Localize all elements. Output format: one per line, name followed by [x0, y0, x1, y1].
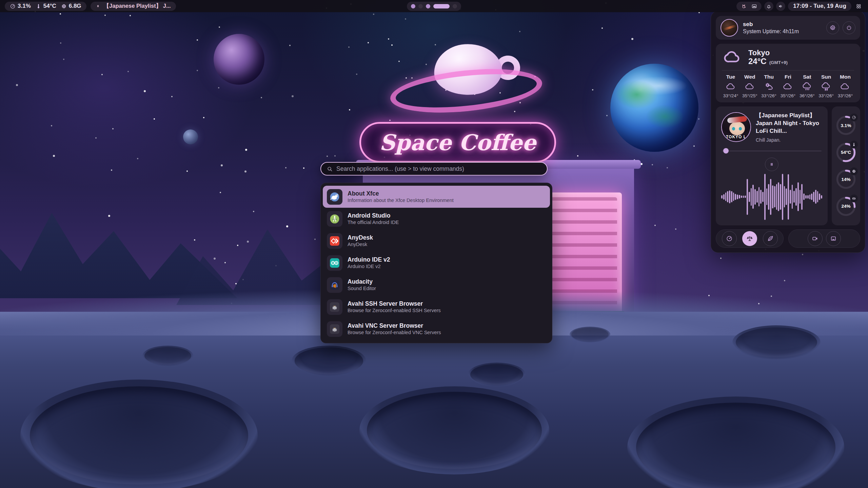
power-profile-power-saver-button[interactable] [763, 231, 778, 246]
workspace-dot-1-occupied[interactable] [411, 4, 415, 8]
workspace-dot-3-occupied[interactable] [426, 4, 430, 8]
androidstudio-app-icon [327, 211, 342, 227]
visualizer-bar [811, 194, 812, 200]
visualizer-bar [795, 188, 797, 206]
forecast-temps: 33°/26° [761, 93, 776, 98]
clock[interactable]: 17:09 - Tue, 19 Aug [788, 2, 851, 11]
now-playing-label: 【Japanese Playlist】 J... [104, 2, 171, 10]
workspace-dot-5-empty[interactable] [453, 4, 457, 8]
weather-forecast: Tue33°/24°Wed35°/25°Thu33°/26°Fri35°/26°… [722, 74, 854, 98]
volume-button[interactable] [776, 2, 785, 11]
quick-actions [716, 229, 860, 248]
album-art[interactable]: TOKYO L [721, 112, 751, 142]
visualizer-bar [786, 188, 787, 205]
scales-icon [746, 235, 753, 242]
chip-icon [850, 167, 858, 175]
seek-knob[interactable] [723, 148, 729, 154]
forecast-day-tue: Tue33°/24° [722, 74, 739, 98]
avatar[interactable] [721, 19, 738, 37]
speedometer-icon [850, 114, 858, 121]
app-list-item-audacity[interactable]: AudacitySound Editor [323, 274, 550, 296]
power-profile-group [716, 229, 784, 248]
memory-stat: 6.8G [61, 3, 81, 9]
visualizer-bar [756, 191, 758, 203]
app-list-item-avahi-vnc-server-browser[interactable]: Avahi VNC Server BrowserBrowse for Zeroc… [323, 318, 550, 340]
divider [722, 70, 854, 70]
visualizer-bar [752, 185, 754, 209]
overview-button[interactable] [854, 2, 863, 11]
visualizer-bar [815, 190, 816, 204]
power-profile-balanced-button[interactable] [742, 231, 757, 246]
power-button[interactable] [843, 21, 855, 34]
visualizer-bar [749, 192, 750, 202]
seek-bar[interactable] [722, 148, 822, 154]
app-description: Sound Editor [348, 285, 376, 291]
visualizer-bar [805, 195, 807, 199]
visualizer-bar [739, 195, 740, 199]
chip-icon [61, 3, 67, 9]
grid-icon [856, 3, 862, 9]
app-description: Information about the Xfce Desktop Envir… [348, 197, 454, 203]
now-playing-pill[interactable]: 【Japanese Playlist】 J... [91, 2, 176, 11]
workspace-dot-2-empty[interactable] [418, 4, 423, 8]
visualizer-bar [745, 196, 746, 198]
notifications-button[interactable] [764, 2, 773, 11]
system-uptime: System Uptime: 4h11m [743, 28, 799, 35]
workspace-dot-4-active[interactable] [433, 4, 450, 8]
app-description: AnyDesk [348, 241, 373, 247]
speaker-icon [778, 3, 784, 9]
avahi-app-icon [327, 299, 342, 315]
anydesk-app-icon [327, 233, 342, 249]
workspace-switcher[interactable] [407, 2, 461, 11]
app-description: Arduino IDE v2 [348, 263, 390, 269]
forecast-day-label: Thu [764, 74, 773, 80]
forecast-day-thu: Thu33°/26° [760, 74, 778, 98]
neon-sign-text: Space Coffee [379, 130, 536, 155]
app-list-item-android-studio[interactable]: Android StudioThe official Android IDE [323, 208, 550, 230]
pause-icon [96, 4, 100, 8]
disk-icon [850, 195, 858, 202]
visualizer-bar [768, 184, 769, 210]
gauge-thermometer: 54°C [835, 142, 856, 163]
capture-group [788, 229, 860, 248]
forecast-day-label: Sat [803, 74, 811, 80]
crater [732, 325, 821, 359]
bell-icon [766, 3, 772, 9]
visualizer-bar [727, 191, 728, 202]
cloud-weather-icon [726, 82, 735, 91]
app-list-item-anydesk[interactable]: AnyDeskAnyDesk [323, 230, 550, 252]
screen-record-button[interactable] [808, 231, 823, 246]
top-bar: 3.1% 54°C 6.8G 【Japanese Playlist】 J... [0, 0, 868, 12]
wallpaper-icon[interactable] [751, 3, 757, 9]
power-profile-performance-button[interactable] [722, 231, 737, 246]
visualizer-bar [735, 194, 736, 200]
visualizer-bar [797, 182, 799, 211]
cloud-icon [722, 49, 743, 66]
screen-icon [830, 235, 837, 242]
play-pause-button[interactable] [765, 158, 778, 171]
forecast-temps: 36°/26° [800, 93, 815, 98]
app-description: Browse for Zeroconf-enabled SSH Servers [348, 307, 441, 313]
visualizer-bar [733, 192, 734, 201]
screenshot-button[interactable] [826, 231, 841, 246]
forecast-temps: 33°/26° [838, 93, 853, 98]
visualizer-bar [729, 190, 730, 203]
arduino-app-icon [327, 255, 342, 271]
settings-button[interactable] [826, 21, 839, 34]
app-description: Browse for Zeroconf-enabled VNC Servers [348, 329, 441, 336]
app-list-item-about-xfce[interactable]: About XfceInformation about the Xfce Des… [323, 186, 550, 208]
avahi-app-icon [327, 321, 342, 337]
app-list-item-avahi-ssh-server-browser[interactable]: Avahi SSH Server BrowserBrowse for Zeroc… [323, 296, 550, 318]
visualizer-bar [764, 174, 766, 220]
cat-icon[interactable] [741, 3, 747, 9]
system-stats-pill[interactable]: 3.1% 54°C 6.8G [5, 2, 86, 11]
visualizer-bar [801, 184, 803, 210]
weather-temp: 24°C [748, 57, 767, 66]
app-search-bar[interactable] [320, 162, 548, 176]
forecast-temps: 35°/26° [781, 93, 796, 98]
visualizer-bar [725, 192, 727, 201]
app-list-item-arduino-ide-v2[interactable]: Arduino IDE v2Arduino IDE v2 [323, 252, 550, 274]
visualizer-bar [819, 194, 820, 200]
search-input[interactable] [336, 165, 541, 172]
neon-sign: Space Coffee [359, 122, 556, 163]
